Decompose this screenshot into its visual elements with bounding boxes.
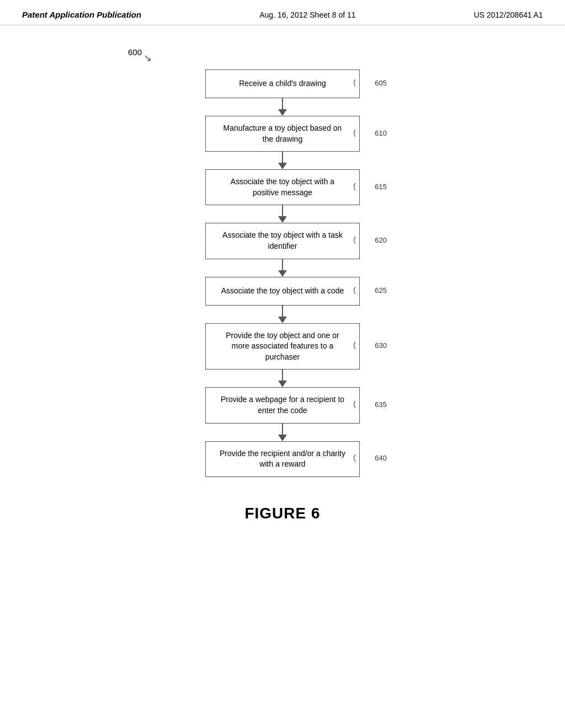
flow-box-620: Associate the toy object with a task ide… (205, 223, 360, 259)
flow-box-635: Provide a webpage for a recipient to ent… (205, 387, 360, 423)
step-wrapper-635: Provide a webpage for a recipient to ent… (95, 387, 470, 423)
step-wrapper-610: Manufacture a toy object based on the dr… (95, 116, 470, 152)
step-number-640: 640 (353, 453, 387, 464)
arrow-630 (278, 370, 287, 387)
step-wrapper-615: Associate the toy object with a positive… (95, 169, 470, 205)
arrow-635 (278, 424, 287, 441)
flow-id-label: 600 (128, 47, 142, 57)
header-publication-type: Patent Application Publication (22, 10, 141, 19)
flow-box-605: Receive a child's drawing605 (205, 69, 360, 98)
arrow-605 (278, 98, 287, 116)
step-number-605: 605 (353, 78, 387, 89)
step-number-615: 615 (353, 182, 387, 193)
step-number-620: 620 (353, 235, 387, 247)
arrow-615 (278, 205, 287, 223)
step-wrapper-605: Receive a child's drawing605 (95, 69, 470, 98)
step-wrapper-625: Associate the toy object with a code625 (95, 277, 470, 306)
step-wrapper-620: Associate the toy object with a task ide… (95, 223, 470, 259)
arrow-610 (278, 152, 287, 169)
flow-box-610: Manufacture a toy object based on the dr… (205, 116, 360, 152)
step-number-610: 610 (353, 129, 387, 140)
flow-id-arrow: ↘ (143, 52, 152, 64)
step-wrapper-640: Provide the recipient and/or a charity w… (95, 441, 470, 477)
flow-box-640: Provide the recipient and/or a charity w… (205, 441, 360, 477)
figure-label: FIGURE 6 (244, 505, 320, 522)
flow-box-615: Associate the toy object with a positive… (205, 169, 360, 205)
page-header: Patent Application Publication Aug. 16, … (0, 0, 565, 25)
step-wrapper-630: Provide the toy object and one or more a… (95, 323, 470, 370)
main-content: 600 ↘ Receive a child's drawing605Manufa… (0, 25, 565, 522)
header-date-sheet: Aug. 16, 2012 Sheet 8 of 11 (259, 10, 355, 19)
arrow-620 (278, 259, 287, 277)
arrow-625 (278, 306, 287, 323)
flow-diagram: 600 ↘ Receive a child's drawing605Manufa… (95, 47, 470, 477)
step-number-625: 625 (353, 286, 387, 297)
header-patent-number: US 2012/208641 A1 (474, 10, 543, 19)
flow-box-630: Provide the toy object and one or more a… (205, 323, 360, 370)
step-number-630: 630 (353, 341, 387, 352)
flow-box-625: Associate the toy object with a code625 (205, 277, 360, 306)
step-number-635: 635 (353, 400, 387, 411)
steps-container: Receive a child's drawing605Manufacture … (95, 69, 470, 477)
